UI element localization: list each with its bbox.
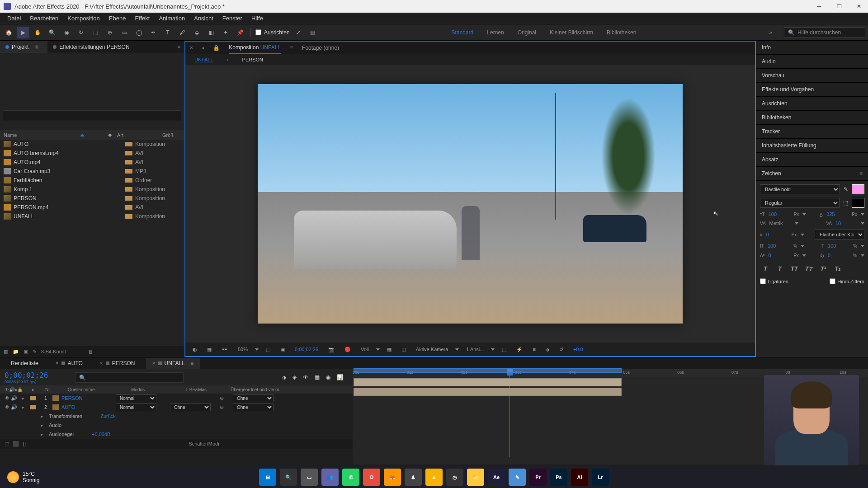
font-style-dropdown[interactable]: Regular [760, 198, 840, 208]
orbit-tool-icon[interactable]: ◉ [61, 27, 72, 38]
switches-modes-button[interactable]: Schalter/Modi [189, 441, 219, 446]
fast-preview-icon[interactable]: ⚡ [514, 346, 525, 353]
eyedropper-icon[interactable]: ✎ [844, 186, 848, 192]
close-button[interactable]: ✕ [854, 1, 864, 12]
taskbar-app[interactable]: 👥 [321, 469, 339, 486]
menu-animation[interactable]: Animation [154, 13, 189, 23]
workspace-standard[interactable]: Standard [452, 29, 474, 36]
trash-icon[interactable]: 🗑 [88, 349, 93, 354]
project-item[interactable]: AUTOKomposition [0, 140, 184, 149]
puppet-tool-icon[interactable]: 📌 [234, 27, 246, 38]
roto-tool-icon[interactable]: ✦ [220, 27, 231, 38]
project-item[interactable]: UNFALLKomposition [0, 212, 184, 221]
workspace-bibliotheken[interactable]: Bibliotheken [607, 29, 636, 36]
timeline-layer[interactable]: 👁🔊▸1PERSONNormal⊚Ohne [0, 394, 353, 403]
taskbar-app[interactable]: ✎ [509, 469, 526, 486]
tab-menu-icon[interactable]: ≡ [290, 45, 293, 51]
workspace-overflow-icon[interactable]: » [769, 29, 772, 36]
taskbar-app[interactable]: Pr [529, 469, 547, 486]
taskbar-app[interactable]: Ai [571, 469, 588, 486]
layer-bar-auto[interactable] [354, 388, 622, 396]
viewer-lock-icon[interactable]: 🔒 [213, 45, 220, 51]
taskbar-app[interactable]: ◷ [446, 469, 463, 486]
taskbar-app[interactable]: ♟ [405, 469, 422, 486]
vscale-input[interactable]: 100 [768, 243, 789, 249]
draft-3d-icon[interactable]: ◈ [292, 374, 297, 380]
project-item[interactable]: AUTO bremst.mp4AVI [0, 149, 184, 158]
stroke-swap-icon[interactable]: ⬚ [843, 200, 848, 206]
maximize-button[interactable]: ❐ [834, 1, 844, 12]
timeline-layer[interactable]: 👁🔊▸2AUTONormalOhne⊚Ohne [0, 403, 353, 412]
taskbar-app[interactable]: ✆ [342, 469, 359, 486]
font-family-dropdown[interactable]: Bastile bold [760, 184, 840, 194]
taskbar-app[interactable]: 🦊 [384, 469, 401, 486]
rotate-tool-icon[interactable]: ↻ [75, 27, 87, 38]
timeline-tab-auto[interactable]: × AUTO [49, 358, 89, 369]
graph-editor-icon[interactable]: 📊 [337, 374, 344, 380]
mask-icon[interactable]: 👓 [219, 346, 231, 353]
col-size-label[interactable]: Größ [162, 132, 180, 138]
stroke-width-input[interactable]: 0 [766, 232, 788, 237]
weather-widget[interactable]: 15°C Sonnig [7, 471, 39, 483]
viewer-close-icon[interactable]: × [190, 45, 193, 51]
new-comp-icon[interactable]: ▣ [24, 349, 28, 355]
comp-mini-flowchart-icon[interactable]: ⬗ [282, 374, 286, 380]
project-item[interactable]: Car Crash.mp3MP3 [0, 167, 184, 176]
hide-shy-icon[interactable]: 👁 [303, 374, 308, 380]
col-parent[interactable]: Übergeordnet und verkn. [226, 387, 348, 392]
show-channel-icon[interactable]: 🔴 [342, 346, 354, 353]
home-icon[interactable]: 🏠 [3, 27, 14, 38]
hscale-input[interactable]: 100 [828, 243, 849, 249]
panel-header-tracker[interactable]: Tracker [756, 125, 868, 139]
hand-tool-icon[interactable]: ✋ [32, 27, 43, 38]
3d-view-icon[interactable]: ◫ [399, 346, 409, 353]
work-area-bar[interactable] [354, 368, 622, 373]
menu-komposition[interactable]: Komposition [63, 13, 104, 23]
menu-ebene[interactable]: Ebene [104, 13, 131, 23]
minimize-button[interactable]: ─ [814, 1, 825, 12]
font-size-input[interactable]: 100 [769, 211, 790, 217]
snap-option-icon[interactable]: ⤢ [292, 27, 304, 38]
views-dropdown[interactable]: 1 Ansi... [463, 346, 486, 353]
toggle-in-out-icon[interactable]: {} [23, 441, 26, 446]
rectangle-tool-icon[interactable]: ▭ [118, 27, 130, 38]
camera-dropdown[interactable]: Aktive Kamera [413, 346, 451, 353]
panel-header-ausrichten[interactable]: Ausrichten [756, 97, 868, 111]
ellipse-tool-icon[interactable]: ◯ [133, 27, 145, 38]
current-time[interactable]: 0;00;02;26 [292, 346, 321, 353]
panel-overflow-icon[interactable]: » [174, 44, 184, 50]
brush-tool-icon[interactable]: 🖌 [176, 27, 188, 38]
taskbar-app[interactable]: ▲ [425, 469, 443, 486]
col-type-label[interactable]: Art [117, 132, 162, 138]
transparency-icon[interactable]: ▦ [384, 346, 394, 353]
frame-blend-icon[interactable]: ▦ [315, 374, 320, 380]
project-item[interactable]: PERSON.mp4AVI [0, 203, 184, 212]
project-item[interactable]: Komp 1Komposition [0, 185, 184, 194]
small-caps-button[interactable]: Tᴛ [803, 264, 814, 273]
project-search-input[interactable] [3, 110, 181, 121]
clone-tool-icon[interactable]: ⬙ [191, 27, 203, 38]
timeline-property[interactable]: ▸ TransformierenZurück [0, 412, 353, 421]
taskbar-app[interactable]: Ae [488, 469, 505, 486]
eraser-tool-icon[interactable]: ◧ [205, 27, 217, 38]
col-trkmat[interactable]: T BewMas [181, 387, 226, 392]
bit-depth-button[interactable]: 8-Bit-Kanal [41, 349, 66, 354]
taskbar-app[interactable]: 📁 [467, 469, 484, 486]
help-search[interactable]: 🔍 Hilfe durchsuchen [784, 27, 865, 38]
toggle-modes-icon[interactable]: ⬛ [13, 441, 19, 447]
stroke-order-dropdown[interactable]: Fläche über Kon... [815, 230, 864, 239]
leading-input[interactable]: 325 [826, 211, 848, 217]
reset-exposure-icon[interactable]: ↺ [557, 346, 566, 353]
timeline-search-input[interactable] [75, 372, 184, 383]
workspace-kleiner-bildschirm[interactable]: Kleiner Bildschirm [550, 29, 593, 36]
toggle-switches-icon[interactable]: ⬚ [5, 441, 9, 447]
timeline-property[interactable]: ▸ Audio [0, 421, 353, 430]
panel-header-audio[interactable]: Audio [756, 55, 868, 69]
stroke-color-swatch[interactable] [852, 198, 864, 208]
panel-header-bibliotheken[interactable]: Bibliotheken [756, 111, 868, 125]
breadcrumb-back-icon[interactable]: ‹ [227, 56, 229, 63]
viewport[interactable]: ↖ [185, 65, 755, 343]
roi-icon[interactable]: ▣ [278, 346, 288, 353]
panel-header-absatz[interactable]: Absatz [756, 153, 868, 167]
snapshot-icon[interactable]: 📷 [326, 346, 337, 353]
